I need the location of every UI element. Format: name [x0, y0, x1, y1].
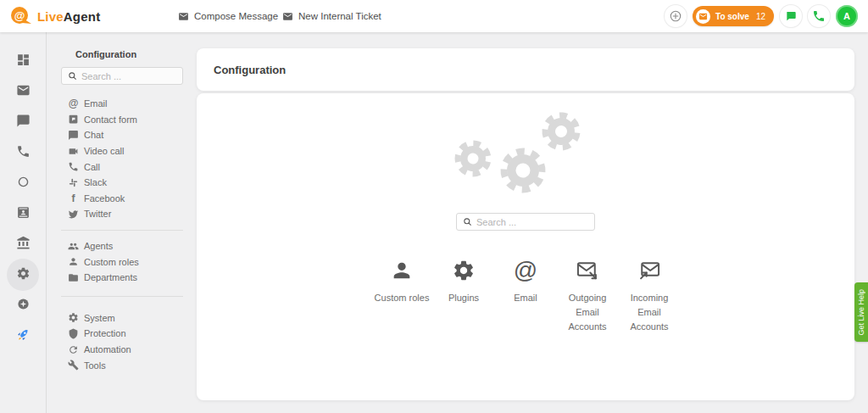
- people-icon: [68, 241, 79, 252]
- sidebar-item-agents[interactable]: Agents: [47, 238, 197, 254]
- shortcut-grid: Custom roles Plugins @ Email Outgoing Em…: [371, 257, 681, 334]
- shortcut-outgoing-email-accounts[interactable]: Outgoing Email Accounts: [557, 257, 619, 334]
- nav-chats[interactable]: [6, 107, 40, 137]
- add-button[interactable]: [665, 5, 687, 27]
- sidebar-search[interactable]: [61, 67, 183, 85]
- svg-text:@: @: [14, 9, 25, 22]
- page-header-card: Configuration: [197, 48, 854, 91]
- sidebar-group-channels: @ Email Contact form Chat Video call Cal…: [47, 96, 197, 222]
- divider: [61, 296, 183, 297]
- star-circle-icon: [16, 297, 31, 315]
- chat-icon: [68, 130, 79, 141]
- sidebar-item-automation[interactable]: Automation: [47, 342, 197, 358]
- nav-calls[interactable]: [6, 137, 40, 168]
- shortcut-custom-roles[interactable]: Custom roles: [371, 257, 433, 305]
- shortcut-incoming-email-accounts[interactable]: Incoming Email Accounts: [619, 257, 681, 334]
- nav-contacts[interactable]: [6, 198, 40, 229]
- page-title: Configuration: [214, 64, 286, 76]
- configuration-search-input[interactable]: [476, 217, 588, 227]
- compose-message-button[interactable]: Compose Message: [178, 0, 278, 32]
- twitter-icon: [68, 209, 79, 220]
- configuration-search[interactable]: [456, 213, 595, 231]
- plus-circle-icon: [669, 9, 682, 23]
- search-icon: [463, 217, 472, 226]
- shortcut-plugins[interactable]: Plugins: [433, 257, 495, 305]
- mail-incoming-icon: [637, 257, 661, 282]
- mail-icon: [282, 11, 293, 22]
- nav-addons[interactable]: [6, 290, 40, 321]
- wrench-icon: [68, 360, 79, 371]
- mail-icon: [696, 9, 710, 24]
- sidebar-item-email[interactable]: @ Email: [47, 96, 197, 112]
- sidebar-item-chat[interactable]: Chat: [47, 127, 197, 143]
- sidebar-search-input[interactable]: [81, 71, 176, 81]
- sidebar-item-system[interactable]: System: [47, 310, 197, 326]
- to-solve-badge[interactable]: To solve 12: [693, 6, 774, 26]
- nav-dashboard[interactable]: [6, 46, 40, 76]
- gear-icon: [452, 257, 476, 282]
- get-live-help-tab[interactable]: Get Live Help: [854, 282, 868, 342]
- dashboard-icon: [16, 53, 31, 70]
- phone-icon: [812, 9, 826, 23]
- nav-tickets[interactable]: [6, 76, 40, 107]
- to-solve-label: To solve: [715, 12, 749, 21]
- gear-icon: [16, 266, 31, 284]
- gears-illustration: [441, 104, 610, 208]
- rocket-icon: [16, 327, 31, 345]
- nav-getting-started[interactable]: [6, 321, 40, 351]
- topbar-actions: To solve 12 A: [665, 0, 858, 32]
- mail-outgoing-icon: [576, 257, 599, 282]
- sidebar-item-twitter[interactable]: Twitter: [47, 206, 197, 222]
- nav-billing[interactable]: [6, 229, 40, 260]
- at-icon: @: [514, 257, 537, 282]
- configuration-sidebar: Configuration @ Email Contact form Chat …: [47, 32, 197, 413]
- folder-icon: [68, 272, 79, 283]
- sync-icon: [68, 344, 79, 355]
- sidebar-item-protection[interactable]: Protection: [47, 326, 197, 342]
- sidebar-item-slack[interactable]: Slack: [47, 175, 197, 191]
- mail-icon: [178, 11, 189, 22]
- at-icon: @: [68, 98, 79, 109]
- chat-icon: [784, 9, 798, 23]
- shield-icon: [68, 328, 79, 339]
- nav-online[interactable]: [6, 168, 40, 198]
- sidebar-title: Configuration: [75, 49, 197, 59]
- mail-icon: [16, 83, 31, 101]
- person-icon: [68, 256, 79, 267]
- liveagent-logo[interactable]: @ LiveAgent: [10, 6, 100, 26]
- nav-strip: [0, 32, 47, 413]
- contact-card-icon: [16, 205, 31, 223]
- sidebar-group-people: Agents Custom roles Departments: [47, 238, 197, 286]
- liveagent-logo-icon: @: [10, 6, 32, 26]
- brand-wordmark: LiveAgent: [37, 9, 100, 24]
- sidebar-item-video-call[interactable]: Video call: [47, 143, 197, 159]
- widget-icon: [68, 114, 79, 125]
- phone-icon: [68, 161, 79, 172]
- shortcut-email[interactable]: @ Email: [495, 257, 557, 305]
- facebook-icon: f: [68, 193, 79, 204]
- nav-configuration[interactable]: [6, 260, 40, 290]
- gear-icon: [68, 312, 79, 323]
- bank-icon: [16, 236, 31, 254]
- configuration-panel: Custom roles Plugins @ Email Outgoing Em…: [197, 93, 854, 400]
- chat-icon: [16, 114, 31, 131]
- ring-icon: [16, 175, 31, 193]
- to-solve-count: 12: [756, 12, 765, 21]
- sidebar-item-call[interactable]: Call: [47, 159, 197, 175]
- slack-icon: [68, 177, 79, 188]
- sidebar-item-departments[interactable]: Departments: [47, 270, 197, 286]
- sidebar-item-contact-form[interactable]: Contact form: [47, 112, 197, 128]
- video-icon: [68, 146, 79, 157]
- search-icon: [68, 71, 77, 81]
- sidebar-item-tools[interactable]: Tools: [47, 357, 197, 373]
- calls-button[interactable]: [808, 5, 830, 27]
- sidebar-item-facebook[interactable]: f Facebook: [47, 191, 197, 207]
- sidebar-item-custom-roles[interactable]: Custom roles: [47, 254, 197, 270]
- new-internal-ticket-button[interactable]: New Internal Ticket: [282, 0, 381, 32]
- topbar: @ LiveAgent Compose Message New Internal…: [0, 0, 868, 32]
- avatar[interactable]: A: [836, 5, 858, 27]
- sidebar-group-system: System Protection Automation Tools: [47, 310, 197, 373]
- chats-button[interactable]: [780, 5, 802, 27]
- phone-icon: [16, 144, 31, 162]
- divider: [61, 230, 183, 231]
